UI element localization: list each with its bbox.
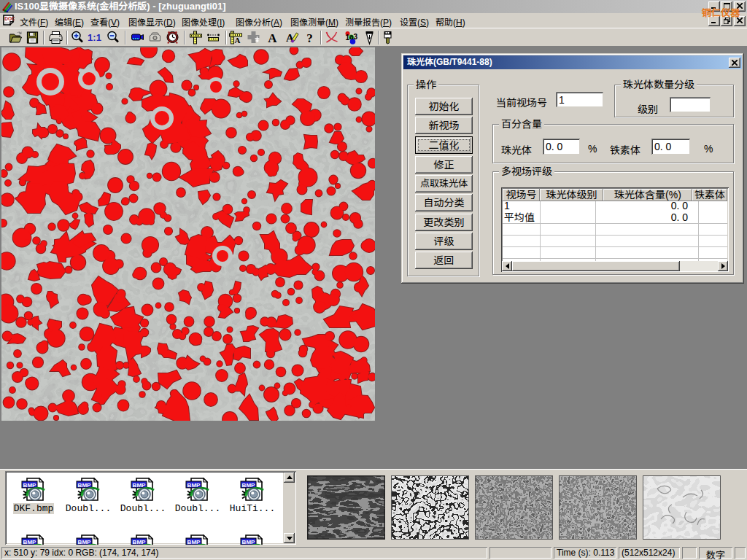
svg-text:BMP: BMP: [187, 482, 201, 489]
svg-text:DOC: DOC: [4, 16, 15, 21]
svg-text:1:1: 1:1: [88, 32, 101, 43]
svg-text:BMP: BMP: [78, 482, 91, 489]
svg-text:A: A: [268, 31, 277, 45]
svg-text:BMP: BMP: [23, 539, 36, 545]
svg-text:BMP: BMP: [133, 539, 146, 545]
svg-text:BMP: BMP: [242, 482, 255, 489]
svg-text:BMP: BMP: [23, 482, 36, 489]
svg-text:A: A: [235, 36, 241, 44]
svg-text:3: 3: [354, 33, 358, 41]
svg-text:BMP: BMP: [242, 539, 255, 545]
svg-text:BMP: BMP: [78, 539, 91, 545]
svg-text:?: ?: [306, 31, 313, 45]
svg-text:BMP: BMP: [133, 482, 146, 489]
svg-text:BMP: BMP: [187, 539, 201, 545]
